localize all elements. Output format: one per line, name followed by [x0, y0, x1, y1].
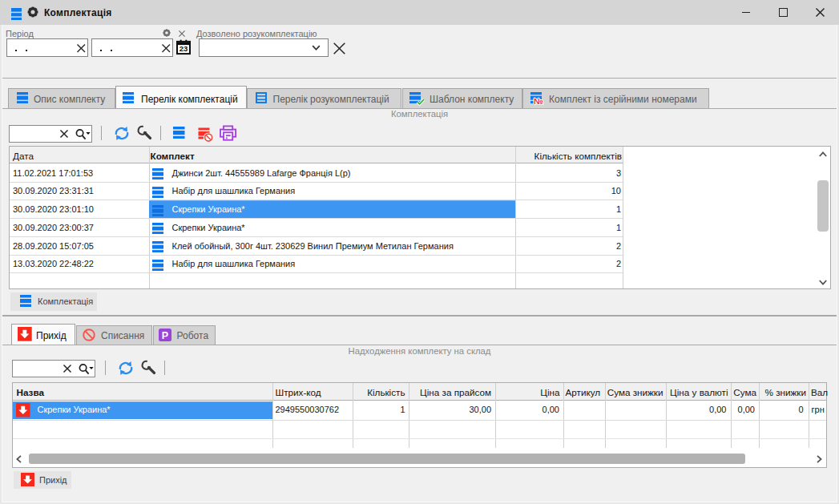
svg-text:23: 23	[179, 44, 188, 53]
svg-text:P: P	[162, 330, 168, 341]
